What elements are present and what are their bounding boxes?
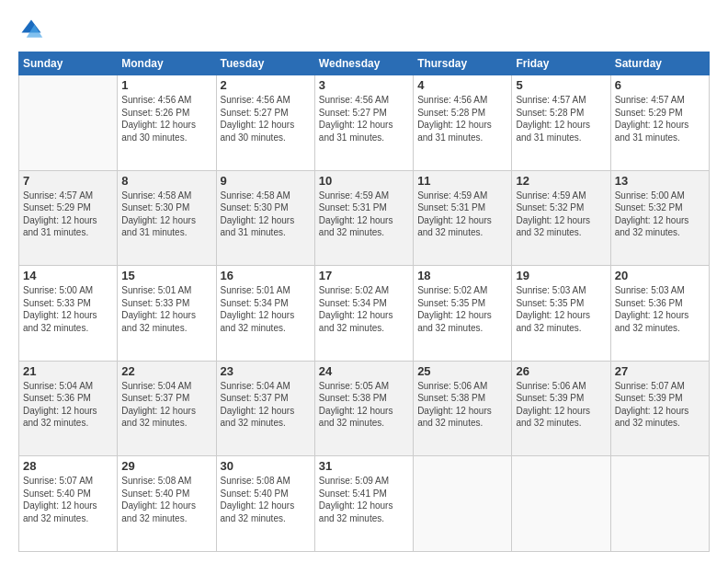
day-info: Sunrise: 5:08 AMSunset: 5:40 PMDaylight:…	[121, 476, 196, 523]
day-number: 8	[121, 174, 211, 188]
day-number: 19	[516, 269, 606, 282]
calendar-day-cell: 15 Sunrise: 5:01 AMSunset: 5:33 PMDaylig…	[118, 266, 216, 362]
calendar-day-cell: 11 Sunrise: 4:59 AMSunset: 5:31 PMDaylig…	[414, 170, 512, 266]
calendar-day-cell: 30 Sunrise: 5:08 AMSunset: 5:40 PMDaylig…	[216, 456, 314, 552]
day-number: 28	[23, 459, 113, 473]
calendar-body: 1 Sunrise: 4:56 AMSunset: 5:26 PMDayligh…	[19, 75, 710, 552]
calendar-day-cell: 22 Sunrise: 5:04 AMSunset: 5:37 PMDaylig…	[118, 361, 216, 456]
calendar-week-row: 7 Sunrise: 4:57 AMSunset: 5:29 PMDayligh…	[19, 170, 710, 266]
day-info: Sunrise: 5:04 AMSunset: 5:37 PMDaylight:…	[121, 381, 196, 429]
day-number: 2	[221, 78, 311, 92]
day-number: 5	[516, 78, 606, 92]
calendar-table: SundayMondayTuesdayWednesdayThursdayFrid…	[18, 52, 710, 552]
day-info: Sunrise: 5:00 AMSunset: 5:33 PMDaylight:…	[23, 285, 97, 333]
day-info: Sunrise: 4:56 AMSunset: 5:27 PMDaylight:…	[221, 95, 295, 143]
calendar-day-cell: 29 Sunrise: 5:08 AMSunset: 5:40 PMDaylig…	[118, 456, 216, 552]
day-number: 29	[121, 459, 211, 473]
calendar-day-cell: 1 Sunrise: 4:56 AMSunset: 5:26 PMDayligh…	[118, 75, 216, 171]
calendar-day-cell: 3 Sunrise: 4:56 AMSunset: 5:27 PMDayligh…	[314, 75, 413, 171]
day-info: Sunrise: 4:56 AMSunset: 5:27 PMDaylight:…	[319, 95, 393, 143]
day-info: Sunrise: 4:57 AMSunset: 5:29 PMDaylight:…	[23, 190, 97, 238]
day-info: Sunrise: 4:59 AMSunset: 5:32 PMDaylight:…	[516, 190, 590, 238]
day-number: 3	[319, 78, 409, 92]
day-number: 9	[221, 174, 311, 188]
day-info: Sunrise: 4:56 AMSunset: 5:28 PMDaylight:…	[417, 95, 492, 143]
calendar-day-cell: 31 Sunrise: 5:09 AMSunset: 5:41 PMDaylig…	[314, 456, 413, 552]
page: SundayMondayTuesdayWednesdayThursdayFrid…	[0, 0, 728, 563]
weekday-header-cell: Sunday	[19, 52, 118, 75]
calendar-day-cell: 25 Sunrise: 5:06 AMSunset: 5:38 PMDaylig…	[414, 361, 512, 456]
day-number: 12	[516, 174, 606, 188]
calendar-day-cell: 9 Sunrise: 4:58 AMSunset: 5:30 PMDayligh…	[216, 170, 314, 266]
day-info: Sunrise: 5:04 AMSunset: 5:36 PMDaylight:…	[23, 381, 97, 429]
day-info: Sunrise: 5:00 AMSunset: 5:32 PMDaylight:…	[615, 190, 689, 238]
weekday-header-cell: Saturday	[610, 52, 709, 75]
logo-icon	[18, 17, 44, 42]
day-number: 6	[615, 78, 705, 92]
day-number: 16	[221, 269, 311, 282]
day-info: Sunrise: 5:07 AMSunset: 5:40 PMDaylight:…	[23, 476, 97, 523]
calendar-day-cell: 26 Sunrise: 5:06 AMSunset: 5:39 PMDaylig…	[512, 361, 610, 456]
calendar-day-cell: 8 Sunrise: 4:58 AMSunset: 5:30 PMDayligh…	[118, 170, 216, 266]
calendar-week-row: 21 Sunrise: 5:04 AMSunset: 5:36 PMDaylig…	[19, 361, 710, 456]
day-number: 22	[121, 364, 211, 378]
calendar-day-cell: 6 Sunrise: 4:57 AMSunset: 5:29 PMDayligh…	[610, 75, 709, 171]
day-number: 27	[615, 364, 705, 378]
calendar-day-cell: 18 Sunrise: 5:02 AMSunset: 5:35 PMDaylig…	[414, 266, 512, 362]
day-info: Sunrise: 5:08 AMSunset: 5:40 PMDaylight:…	[221, 476, 295, 523]
day-info: Sunrise: 4:59 AMSunset: 5:31 PMDaylight:…	[319, 190, 393, 238]
day-number: 17	[319, 269, 409, 282]
day-info: Sunrise: 5:02 AMSunset: 5:35 PMDaylight:…	[417, 285, 492, 333]
day-info: Sunrise: 5:03 AMSunset: 5:36 PMDaylight:…	[615, 285, 689, 333]
calendar-day-cell: 2 Sunrise: 4:56 AMSunset: 5:27 PMDayligh…	[216, 75, 314, 171]
day-number: 4	[417, 78, 507, 92]
day-number: 13	[615, 174, 705, 188]
day-number: 31	[319, 459, 409, 473]
day-number: 20	[615, 269, 705, 282]
logo	[18, 17, 50, 42]
day-number: 18	[417, 269, 507, 282]
calendar-day-cell: 5 Sunrise: 4:57 AMSunset: 5:28 PMDayligh…	[512, 75, 610, 171]
day-info: Sunrise: 4:58 AMSunset: 5:30 PMDaylight:…	[221, 190, 295, 238]
day-number: 30	[221, 459, 311, 473]
day-info: Sunrise: 4:58 AMSunset: 5:30 PMDaylight:…	[121, 190, 196, 238]
day-number: 24	[319, 364, 409, 378]
calendar-day-cell: 20 Sunrise: 5:03 AMSunset: 5:36 PMDaylig…	[610, 266, 709, 362]
calendar-day-cell: 16 Sunrise: 5:01 AMSunset: 5:34 PMDaylig…	[216, 266, 314, 362]
calendar-day-cell: 21 Sunrise: 5:04 AMSunset: 5:36 PMDaylig…	[19, 361, 118, 456]
day-number: 14	[23, 269, 113, 282]
calendar-day-cell: 7 Sunrise: 4:57 AMSunset: 5:29 PMDayligh…	[19, 170, 118, 266]
day-info: Sunrise: 4:57 AMSunset: 5:28 PMDaylight:…	[516, 95, 590, 143]
day-number: 11	[417, 174, 507, 188]
day-info: Sunrise: 5:02 AMSunset: 5:34 PMDaylight:…	[319, 285, 393, 333]
day-number: 25	[417, 364, 507, 378]
day-info: Sunrise: 5:07 AMSunset: 5:39 PMDaylight:…	[615, 381, 689, 429]
day-info: Sunrise: 5:09 AMSunset: 5:41 PMDaylight:…	[319, 476, 393, 523]
day-number: 10	[319, 174, 409, 188]
weekday-header-cell: Thursday	[414, 52, 512, 75]
weekday-header-cell: Friday	[512, 52, 610, 75]
weekday-header-cell: Wednesday	[314, 52, 413, 75]
day-info: Sunrise: 5:01 AMSunset: 5:33 PMDaylight:…	[121, 285, 196, 333]
calendar-day-cell: 17 Sunrise: 5:02 AMSunset: 5:34 PMDaylig…	[314, 266, 413, 362]
weekday-header-cell: Tuesday	[216, 52, 314, 75]
calendar-day-cell: 19 Sunrise: 5:03 AMSunset: 5:35 PMDaylig…	[512, 266, 610, 362]
day-info: Sunrise: 5:05 AMSunset: 5:38 PMDaylight:…	[319, 381, 393, 429]
day-info: Sunrise: 4:56 AMSunset: 5:26 PMDaylight:…	[121, 95, 196, 143]
calendar-day-cell: 14 Sunrise: 5:00 AMSunset: 5:33 PMDaylig…	[19, 266, 118, 362]
calendar-day-cell	[414, 456, 512, 552]
day-number: 1	[121, 78, 211, 92]
calendar-day-cell: 23 Sunrise: 5:04 AMSunset: 5:37 PMDaylig…	[216, 361, 314, 456]
calendar-day-cell: 4 Sunrise: 4:56 AMSunset: 5:28 PMDayligh…	[414, 75, 512, 171]
day-info: Sunrise: 5:01 AMSunset: 5:34 PMDaylight:…	[221, 285, 295, 333]
calendar-day-cell: 27 Sunrise: 5:07 AMSunset: 5:39 PMDaylig…	[610, 361, 709, 456]
calendar-day-cell: 13 Sunrise: 5:00 AMSunset: 5:32 PMDaylig…	[610, 170, 709, 266]
day-number: 15	[121, 269, 211, 282]
calendar-week-row: 1 Sunrise: 4:56 AMSunset: 5:26 PMDayligh…	[19, 75, 710, 171]
calendar-day-cell	[19, 75, 118, 171]
day-number: 23	[221, 364, 311, 378]
day-info: Sunrise: 5:06 AMSunset: 5:38 PMDaylight:…	[417, 381, 492, 429]
calendar-day-cell: 12 Sunrise: 4:59 AMSunset: 5:32 PMDaylig…	[512, 170, 610, 266]
day-info: Sunrise: 5:06 AMSunset: 5:39 PMDaylight:…	[516, 381, 590, 429]
day-info: Sunrise: 4:59 AMSunset: 5:31 PMDaylight:…	[417, 190, 492, 238]
